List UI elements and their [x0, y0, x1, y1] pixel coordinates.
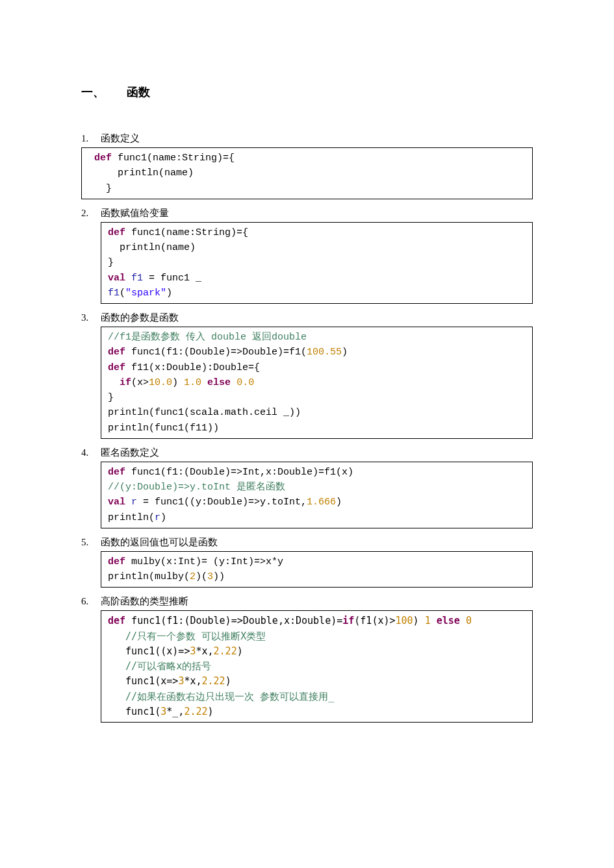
section-head: 3.函数的参数是函数	[81, 312, 533, 324]
code-token: func1(x=>	[108, 675, 178, 687]
section: 4.匿名函数定义def func1(f1:(Double)=>Int,x:Dou…	[81, 447, 533, 528]
code-line: println(func1(f11))	[108, 421, 526, 436]
code-token: println(	[108, 512, 155, 523]
code-token	[460, 615, 466, 626]
code-block: def mulby(x:Int)= (y:Int)=>x*yprintln(mu…	[101, 551, 533, 588]
code-line: println(func1(scala.math.ceil _))	[108, 405, 526, 420]
code-line: //f1是函数参数 传入 double 返回double	[108, 330, 526, 345]
code-token	[125, 497, 131, 508]
section-title: 函数定义	[101, 133, 140, 143]
section-title: 函数赋值给变量	[101, 208, 169, 218]
document-page: 一、函数 1.函数定义 def func1(name:String)={ pri…	[0, 0, 614, 790]
code-line: println(mulby(2)(3))	[108, 569, 526, 584]
code-line: def func1(name:String)={	[88, 151, 526, 166]
code-token: 1.666	[307, 497, 336, 508]
code-token: if	[342, 615, 354, 626]
code-token: "spark"	[125, 288, 166, 299]
code-line: println(name)	[108, 240, 526, 255]
code-token: //可以省略x的括号	[125, 660, 211, 672]
code-token: 0.0	[237, 377, 254, 388]
code-line: //只有一个参数 可以推断X类型	[108, 629, 526, 644]
section-head: 6.高阶函数的类型推断	[81, 595, 533, 608]
code-token	[201, 377, 207, 388]
code-token: *x,	[196, 645, 213, 657]
heading-title: 函数	[127, 86, 150, 99]
code-token: = func1 _	[143, 273, 201, 284]
code-token: *_,	[166, 706, 184, 717]
code-token: *x,	[184, 675, 201, 687]
code-line: f1("spark")	[108, 286, 526, 301]
section-head: 1.函数定义	[81, 132, 533, 145]
code-token: = func1((y:Double)=>y.toInt,	[137, 497, 307, 508]
code-token: func1(f1:(Double)=>Double,x:Double)=	[125, 615, 342, 626]
code-token: }	[108, 257, 114, 268]
code-token: val	[108, 497, 125, 508]
code-token: if	[120, 377, 131, 388]
code-token: val	[108, 273, 125, 284]
section-number: 3.	[81, 312, 101, 323]
code-line: val f1 = func1 _	[108, 271, 526, 286]
code-token: def	[108, 467, 125, 478]
section: 1.函数定义 def func1(name:String)={ println(…	[81, 132, 533, 199]
code-token: ))	[213, 571, 225, 582]
code-line: def func1(f1:(Double)=>Double,x:Double)=…	[108, 614, 526, 628]
code-token: 2.22	[202, 675, 225, 687]
code-token: 2.22	[214, 645, 237, 657]
code-token: 1.0	[184, 377, 201, 388]
code-line: //(y:Double)=>y.toInt 是匿名函数	[108, 480, 526, 495]
section-title: 高阶函数的类型推断	[101, 596, 188, 606]
section: 5.函数的返回值也可以是函数def mulby(x:Int)= (y:Int)=…	[81, 536, 533, 588]
code-token: func1(f1:(Double)=>Double)=f1(	[125, 347, 307, 358]
code-token: 2.22	[184, 706, 207, 717]
code-line: //如果在函数右边只出现一次 参数可以直接用_	[108, 689, 526, 704]
code-token	[231, 377, 237, 388]
code-token: 10.0	[149, 377, 172, 388]
code-line: //可以省略x的括号	[108, 659, 526, 674]
code-token: }	[108, 392, 114, 403]
heading-number: 一、	[81, 84, 127, 100]
code-token: (f1(x)>	[354, 615, 395, 626]
section: 6.高阶函数的类型推断def func1(f1:(Double)=>Double…	[81, 595, 533, 723]
code-token: def	[108, 615, 125, 626]
code-token: f1	[108, 288, 120, 299]
section-title: 函数的参数是函数	[101, 312, 179, 323]
section-title: 函数的返回值也可以是函数	[101, 537, 218, 547]
code-block: def func1(name:String)={ println(name)}v…	[101, 222, 533, 304]
code-line: func1(3*_,2.22)	[108, 704, 526, 719]
code-line: if(x>10.0) 1.0 else 0.0	[108, 375, 526, 390]
code-block: def func1(f1:(Double)=>Int,x:Double)=f1(…	[101, 462, 533, 528]
code-token	[108, 691, 125, 702]
section-number: 4.	[81, 447, 101, 458]
section: 3.函数的参数是函数//f1是函数参数 传入 double 返回doublede…	[81, 312, 533, 439]
code-token: )	[166, 288, 172, 299]
code-token: )	[208, 706, 214, 717]
code-token: //(y:Double)=>y.toInt 是匿名函数	[108, 482, 285, 493]
code-token: else	[207, 377, 231, 388]
code-token: )	[225, 675, 231, 687]
section-title: 匿名函数定义	[101, 447, 159, 458]
code-token: println(func1(scala.math.ceil _))	[108, 407, 301, 418]
code-token: func1(f1:(Double)=>Int,x:Double)=f1(x)	[125, 467, 353, 478]
code-block: //f1是函数参数 传入 double 返回doubledef func1(f1…	[101, 327, 533, 439]
section-number: 1.	[81, 133, 101, 144]
code-token: func1((x)=>	[108, 645, 190, 657]
section-number: 2.	[81, 208, 101, 219]
code-token: def	[108, 227, 125, 238]
code-token: 2	[190, 571, 196, 582]
code-token: )	[237, 645, 243, 657]
code-line: println(name)	[88, 166, 526, 180]
code-token: func1(	[108, 706, 160, 717]
code-line: }	[88, 181, 526, 196]
code-token: mulby(x:Int)= (y:Int)=>x*y	[125, 556, 283, 567]
code-token: )	[172, 377, 184, 388]
heading-1: 一、函数	[81, 84, 533, 100]
code-token: println(func1(f11))	[108, 423, 219, 434]
code-line: }	[108, 255, 526, 270]
code-token: 1	[425, 615, 431, 626]
sections-container: 1.函数定义 def func1(name:String)={ println(…	[81, 132, 533, 723]
code-token: 3	[160, 706, 166, 717]
code-token: 100.55	[307, 347, 342, 358]
code-token	[108, 660, 125, 672]
code-line: def func1(f1:(Double)=>Double)=f1(100.55…	[108, 345, 526, 360]
code-token: f1	[131, 273, 143, 284]
